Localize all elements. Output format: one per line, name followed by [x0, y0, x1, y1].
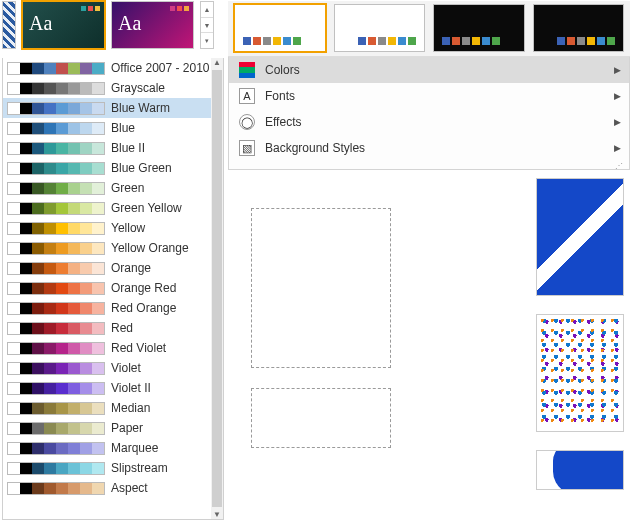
scheme-swatches — [7, 62, 105, 75]
theme-aa-label: Aa — [29, 12, 52, 35]
menu-label: Effects — [265, 115, 301, 129]
chevron-right-icon: ▶ — [614, 143, 621, 153]
scheme-label: Green — [111, 181, 144, 195]
color-scheme-row[interactable]: Red Violet — [3, 338, 211, 358]
color-scheme-row[interactable]: Orange Red — [3, 278, 211, 298]
scheme-label: Marquee — [111, 441, 158, 455]
design-idea-thumb[interactable] — [536, 450, 624, 490]
color-scheme-row[interactable]: Red Orange — [3, 298, 211, 318]
color-scheme-row[interactable]: Aspect — [3, 478, 211, 498]
scroll-down-icon[interactable]: ▼ — [213, 510, 221, 519]
resize-grip-icon: ⋰ — [229, 161, 629, 169]
theme-accent-dots — [170, 6, 189, 11]
background-styles-icon: ▧ — [239, 140, 255, 156]
scheme-label: Orange Red — [111, 281, 176, 295]
color-scheme-row[interactable]: Blue Green — [3, 158, 211, 178]
scheme-label: Red — [111, 321, 133, 335]
menu-effects[interactable]: ◯ Effects ▶ — [229, 109, 629, 135]
scheme-label: Violet — [111, 361, 141, 375]
design-ideas-pane — [536, 178, 628, 508]
scheme-swatches — [7, 142, 105, 155]
variant-swatches — [243, 37, 301, 45]
content-placeholder[interactable] — [251, 388, 391, 448]
scroll-up-icon[interactable]: ▲ — [213, 58, 221, 67]
variant-3[interactable] — [433, 4, 525, 52]
color-scheme-row[interactable]: Office 2007 - 2010 — [3, 58, 211, 78]
scheme-swatches — [7, 382, 105, 395]
color-scheme-row[interactable]: Green — [3, 178, 211, 198]
color-scheme-dropdown: Office 2007 - 2010GrayscaleBlue WarmBlue… — [2, 58, 224, 520]
theme-accent-dots — [81, 6, 100, 11]
color-scheme-row[interactable]: Orange — [3, 258, 211, 278]
color-scheme-list: Office 2007 - 2010GrayscaleBlue WarmBlue… — [3, 58, 211, 519]
content-placeholder[interactable] — [251, 208, 391, 368]
scheme-swatches — [7, 82, 105, 95]
variant-swatches — [442, 37, 500, 45]
scheme-swatches — [7, 202, 105, 215]
color-scheme-row[interactable]: Green Yellow — [3, 198, 211, 218]
scheme-swatches — [7, 302, 105, 315]
theme-thumb-1[interactable]: Aa — [22, 1, 105, 49]
variant-thumbnail-row — [228, 1, 630, 57]
color-scheme-row[interactable]: Violet — [3, 358, 211, 378]
scheme-label: Blue Green — [111, 161, 172, 175]
theme-aa-label: Aa — [118, 12, 141, 35]
scheme-swatches — [7, 102, 105, 115]
scrollbar-thumb[interactable] — [212, 70, 222, 507]
color-scheme-row[interactable]: Median — [3, 398, 211, 418]
scheme-swatches — [7, 182, 105, 195]
scheme-swatches — [7, 242, 105, 255]
variant-swatches — [358, 37, 416, 45]
scheme-label: Orange — [111, 261, 151, 275]
scheme-label: Yellow Orange — [111, 241, 189, 255]
menu-label: Fonts — [265, 89, 295, 103]
color-scheme-row[interactable]: Blue II — [3, 138, 211, 158]
scheme-label: Green Yellow — [111, 201, 182, 215]
scheme-label: Red Violet — [111, 341, 166, 355]
variant-4[interactable] — [533, 4, 625, 52]
scheme-swatches — [7, 342, 105, 355]
scheme-swatches — [7, 422, 105, 435]
color-scheme-row[interactable]: Blue — [3, 118, 211, 138]
design-idea-thumb[interactable] — [536, 178, 624, 296]
theme-thumb-2[interactable]: Aa — [111, 1, 194, 49]
variant-2[interactable] — [334, 4, 426, 52]
theme-partial-prev[interactable] — [2, 1, 16, 49]
menu-label: Colors — [265, 63, 300, 77]
theme-thumbnail-row: Aa Aa ▲ ▼ ▾ — [2, 1, 214, 49]
menu-background-styles[interactable]: ▧ Background Styles ▶ — [229, 135, 629, 161]
color-scheme-row[interactable]: Violet II — [3, 378, 211, 398]
color-scheme-row[interactable]: Blue Warm — [3, 98, 211, 118]
theme-gallery-spinner[interactable]: ▲ ▼ ▾ — [200, 1, 214, 49]
color-scheme-row[interactable]: Marquee — [3, 438, 211, 458]
scrollbar[interactable]: ▲ ▼ — [211, 58, 223, 519]
scheme-label: Red Orange — [111, 301, 176, 315]
menu-label: Background Styles — [265, 141, 365, 155]
scheme-label: Median — [111, 401, 150, 415]
scheme-label: Paper — [111, 421, 143, 435]
scheme-label: Yellow — [111, 221, 145, 235]
color-scheme-row[interactable]: Red — [3, 318, 211, 338]
scheme-swatches — [7, 282, 105, 295]
color-scheme-row[interactable]: Paper — [3, 418, 211, 438]
fonts-icon: A — [239, 88, 255, 104]
design-idea-thumb[interactable] — [536, 314, 624, 432]
color-scheme-row[interactable]: Yellow — [3, 218, 211, 238]
scroll-down-icon[interactable]: ▼ — [201, 18, 213, 34]
scheme-swatches — [7, 122, 105, 135]
variant-1[interactable] — [234, 4, 326, 52]
scheme-label: Blue — [111, 121, 135, 135]
expand-gallery-icon[interactable]: ▾ — [201, 33, 213, 48]
scroll-up-icon[interactable]: ▲ — [201, 2, 213, 18]
scheme-label: Slipstream — [111, 461, 168, 475]
scheme-swatches — [7, 402, 105, 415]
color-scheme-row[interactable]: Yellow Orange — [3, 238, 211, 258]
menu-colors[interactable]: Colors ▶ — [229, 57, 629, 83]
scheme-swatches — [7, 442, 105, 455]
color-scheme-row[interactable]: Slipstream — [3, 458, 211, 478]
chevron-right-icon: ▶ — [614, 65, 621, 75]
menu-fonts[interactable]: A Fonts ▶ — [229, 83, 629, 109]
scheme-swatches — [7, 322, 105, 335]
color-scheme-row[interactable]: Grayscale — [3, 78, 211, 98]
scheme-label: Violet II — [111, 381, 151, 395]
